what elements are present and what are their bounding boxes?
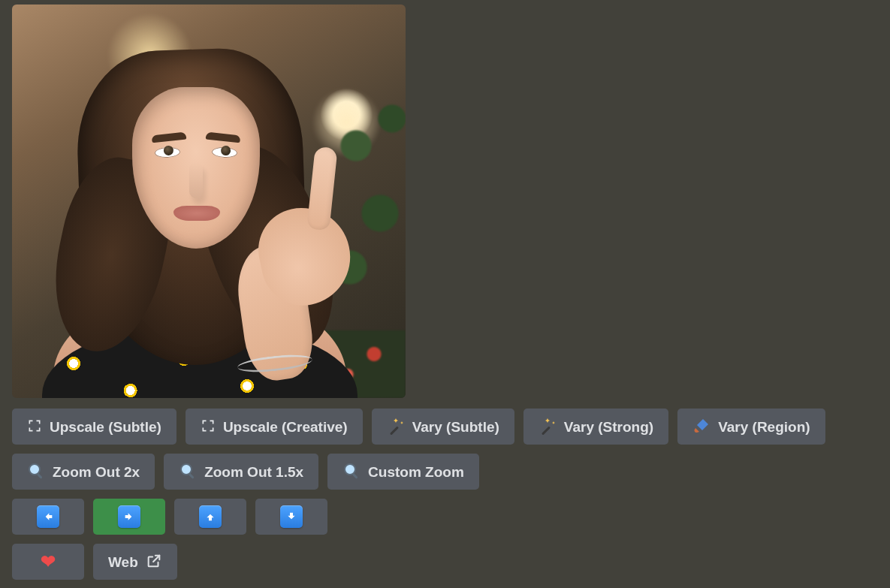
nose	[189, 162, 203, 198]
message: Upscale (Subtle) Upscale (Creative) Vary…	[0, 0, 890, 588]
magic-wand-sparkle-icon	[539, 417, 557, 437]
pan-down-button[interactable]	[255, 499, 327, 535]
eyebrow-left	[152, 132, 187, 143]
button-row-4: ❤ Web	[12, 544, 878, 580]
vary-subtle-label: Vary (Subtle)	[412, 420, 499, 434]
heart-icon: ❤	[41, 553, 56, 571]
svg-rect-3	[37, 473, 43, 479]
zoom-out-1-5x-label: Zoom Out 1.5x	[204, 465, 303, 479]
button-row-3	[12, 499, 878, 535]
zoom-out-1-5x-button[interactable]: Zoom Out 1.5x	[164, 454, 318, 490]
zoom-out-2x-label: Zoom Out 2x	[53, 465, 140, 479]
upscale-subtle-label: Upscale (Subtle)	[50, 420, 161, 434]
button-row-2: Zoom Out 2x Zoom Out 1.5x Custom Zoom	[12, 454, 878, 490]
vary-subtle-button[interactable]: Vary (Subtle)	[372, 409, 514, 445]
svg-point-2	[29, 464, 40, 475]
svg-point-6	[345, 464, 355, 475]
vary-strong-button[interactable]: Vary (Strong)	[523, 409, 668, 445]
upscale-subtle-button[interactable]: Upscale (Subtle)	[12, 409, 176, 445]
zoom-out-2x-button[interactable]: Zoom Out 2x	[12, 454, 155, 490]
magnifier-icon	[179, 462, 197, 482]
web-label: Web	[108, 555, 138, 569]
upscale-creative-button[interactable]: Upscale (Creative)	[186, 409, 363, 445]
arrow-down-icon	[280, 505, 303, 528]
pan-left-button[interactable]	[12, 499, 84, 535]
generated-image[interactable]	[12, 5, 406, 398]
magnifier-icon	[342, 462, 361, 482]
arrow-right-icon	[118, 505, 140, 528]
eye-left	[155, 146, 181, 158]
svg-rect-0	[390, 426, 399, 435]
arrow-up-icon	[199, 505, 222, 528]
magnifier-icon	[27, 462, 45, 482]
eyebrow-right	[206, 132, 241, 143]
eye-right	[212, 146, 238, 158]
expand-icon	[201, 418, 216, 436]
svg-point-4	[181, 464, 192, 475]
expand-icon	[27, 418, 42, 436]
custom-zoom-button[interactable]: Custom Zoom	[327, 454, 479, 490]
external-link-icon	[146, 553, 162, 571]
open-in-web-button[interactable]: Web	[93, 544, 177, 580]
svg-rect-5	[189, 473, 195, 479]
action-button-rows: Upscale (Subtle) Upscale (Creative) Vary…	[12, 409, 878, 580]
button-row-1: Upscale (Subtle) Upscale (Creative) Vary…	[12, 409, 878, 445]
svg-rect-7	[352, 473, 358, 479]
svg-rect-1	[542, 426, 551, 435]
pan-right-button[interactable]	[93, 499, 165, 535]
lips	[173, 206, 220, 221]
arrow-left-icon	[37, 505, 59, 528]
vary-region-label: Vary (Region)	[718, 420, 810, 434]
custom-zoom-label: Custom Zoom	[368, 465, 464, 479]
favorite-button[interactable]: ❤	[12, 544, 84, 580]
vary-region-button[interactable]: Vary (Region)	[677, 409, 825, 445]
upscale-creative-label: Upscale (Creative)	[223, 420, 348, 434]
magic-wand-sparkle-icon	[387, 417, 405, 437]
vary-strong-label: Vary (Strong)	[564, 420, 653, 434]
pan-up-button[interactable]	[174, 499, 246, 535]
paintbrush-icon	[692, 417, 710, 437]
